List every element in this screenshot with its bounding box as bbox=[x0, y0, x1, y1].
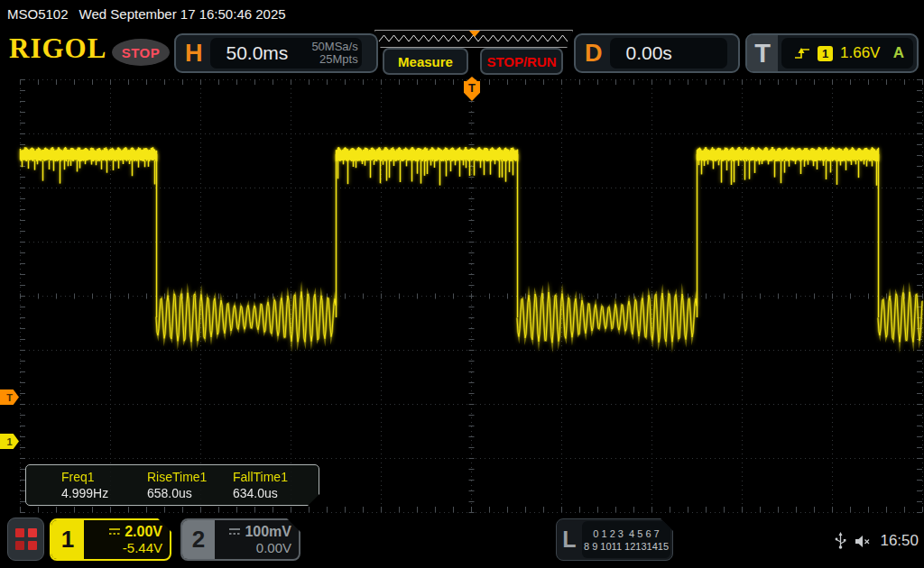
oscilloscope-screen: MSO5102 Wed September 17 16:50:46 2025 R… bbox=[0, 0, 924, 568]
horizontal-settings-button[interactable]: H 50.0ms 50MSa/s 25Mpts bbox=[174, 33, 378, 73]
measure-button[interactable]: Measure bbox=[383, 48, 468, 75]
menu-grid-icon bbox=[15, 528, 24, 537]
waveform-display[interactable] bbox=[0, 77, 924, 514]
channel1-offset: -5.44V bbox=[123, 540, 162, 555]
delay-label: D bbox=[576, 40, 610, 68]
channel2-offset: 0.00V bbox=[256, 540, 291, 555]
trigger-label: T bbox=[747, 35, 778, 71]
trigger-level-value: 1.66V bbox=[840, 44, 880, 62]
datetime: Wed September 17 16:50:46 2025 bbox=[79, 6, 286, 22]
acquisition-status-label: STOP bbox=[122, 45, 161, 60]
menu-grid-icon bbox=[15, 541, 24, 550]
channel1-scale: 2.00V bbox=[125, 524, 162, 540]
measurement-results-panel[interactable]: Freq1 4.999Hz RiseTime1 658.0us FallTime… bbox=[25, 464, 319, 506]
horizontal-label: H bbox=[176, 40, 210, 68]
logic-label: L bbox=[557, 519, 582, 560]
menu-grid-icon bbox=[28, 528, 37, 537]
sample-rate-depth: 50MSa/s 25Mpts bbox=[288, 41, 366, 65]
trigger-source-badge: 1 bbox=[818, 46, 833, 61]
memory-depth: 25Mpts bbox=[319, 52, 358, 66]
measurement-value: 634.0us bbox=[233, 486, 319, 500]
bottom-status-bar: 1 2.00V -5.44V 2 bbox=[0, 514, 924, 568]
measurement-label: FallTime1 bbox=[233, 470, 319, 484]
acquisition-status-badge: STOP bbox=[112, 39, 170, 66]
logic-channels-button[interactable]: L 0 1 2 3 4 5 6 7 8 9 1011 12131415 bbox=[556, 518, 673, 561]
rising-edge-icon bbox=[794, 46, 810, 60]
waveform-preview-strip[interactable] bbox=[374, 30, 573, 48]
stop-run-button-label: STOP/RUN bbox=[486, 54, 556, 69]
menu-grid-icon bbox=[28, 541, 37, 550]
trigger-position-chevron-icon bbox=[467, 77, 477, 81]
model-name: MSO5102 bbox=[7, 6, 69, 22]
logic-channels-row1: 0 1 2 3 4 5 6 7 bbox=[593, 528, 659, 539]
measurement-value: 658.0us bbox=[147, 486, 233, 500]
channel1-button[interactable]: 1 2.00V -5.44V bbox=[50, 518, 171, 561]
channel2-scale: 100mV bbox=[245, 524, 291, 540]
measurement-freq: Freq1 4.999Hz bbox=[61, 465, 147, 505]
dc-coupling-icon bbox=[108, 527, 121, 536]
rigol-logo: RIGOL bbox=[9, 32, 106, 65]
measure-button-label: Measure bbox=[398, 54, 453, 69]
delay-settings-button[interactable]: D 0.00s bbox=[574, 33, 740, 73]
delay-value: 0.00s bbox=[610, 42, 672, 64]
preview-trigger-position-icon bbox=[469, 31, 480, 37]
stop-run-button[interactable]: STOP/RUN bbox=[480, 48, 563, 75]
dc-coupling-icon bbox=[228, 527, 241, 536]
top-status-bar: MSO5102 Wed September 17 16:50:46 2025 bbox=[0, 0, 924, 27]
menu-grid-button[interactable] bbox=[7, 518, 44, 561]
logic-channels-row2: 8 9 1011 12131415 bbox=[584, 541, 669, 552]
header-bar: RIGOL STOP H 50.0ms 50MSa/s 25Mpts Measu… bbox=[0, 27, 924, 77]
sound-muted-icon[interactable] bbox=[855, 535, 872, 548]
channel2-button[interactable]: 2 100mV 0.00V bbox=[180, 518, 300, 561]
trigger-settings-button[interactable]: T 1 1.66V A bbox=[745, 33, 919, 73]
usb-icon bbox=[835, 532, 846, 550]
clock: 16:50 bbox=[880, 532, 919, 550]
channel1-badge: 1 bbox=[51, 520, 84, 559]
measurement-falltime: FallTime1 634.0us bbox=[233, 465, 319, 505]
measurement-value: 4.999Hz bbox=[61, 486, 147, 500]
timebase-value: 50.0ms bbox=[210, 42, 289, 64]
measurement-label: Freq1 bbox=[61, 470, 147, 484]
measurement-risetime: RiseTime1 658.0us bbox=[147, 465, 233, 505]
measurement-label: RiseTime1 bbox=[147, 470, 233, 484]
trigger-mode: A bbox=[893, 44, 904, 62]
channel2-badge: 2 bbox=[182, 520, 215, 559]
